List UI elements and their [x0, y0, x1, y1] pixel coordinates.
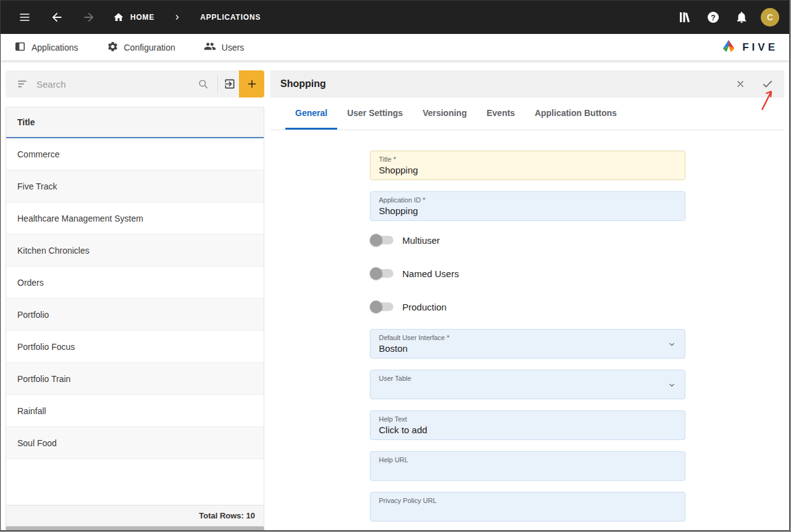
avatar[interactable]: C: [761, 8, 779, 27]
tab-events[interactable]: Events: [477, 98, 525, 130]
field-label: Help URL: [379, 456, 676, 463]
breadcrumb-home[interactable]: HOME: [112, 8, 154, 27]
help-text-field[interactable]: Help Text Click to add: [370, 410, 685, 440]
list-item[interactable]: Rainfall: [6, 395, 264, 427]
multiuser-toggle[interactable]: [371, 236, 393, 244]
toggle-knob: [370, 234, 382, 246]
library-icon[interactable]: [676, 8, 694, 27]
add-application-button[interactable]: [239, 70, 264, 98]
svg-text:?: ?: [711, 14, 715, 22]
chevron-down-icon: [668, 340, 676, 351]
title-field[interactable]: Title * Shopping: [370, 151, 685, 180]
tab-user-settings[interactable]: User Settings: [337, 98, 412, 130]
list-item[interactable]: Portfolio: [6, 299, 264, 331]
multiuser-toggle-row: Multiuser: [370, 232, 685, 248]
list-item[interactable]: Orders: [6, 267, 264, 299]
list-item[interactable]: Healthcare Management System: [6, 202, 264, 235]
close-icon[interactable]: [730, 73, 751, 94]
forward-arrow-icon[interactable]: [80, 8, 98, 27]
search-divider: [217, 75, 218, 93]
list-item-label: Portfolio Train: [17, 374, 70, 384]
named-users-toggle-row: Named Users: [370, 265, 685, 281]
field-value: Click to add: [379, 425, 676, 435]
topbar: HOME APPLICATIONS ? C: [1, 1, 789, 34]
help-icon[interactable]: ?: [704, 8, 722, 27]
list-item-label: Five Track: [17, 181, 57, 191]
list-item[interactable]: Kitchen Chronicles: [6, 235, 264, 267]
total-rows-label: Total Rows: 10: [199, 511, 255, 520]
list-item-label: Rainfall: [17, 406, 46, 416]
user-table-select[interactable]: User Table: [370, 370, 685, 399]
default-user-interface-select[interactable]: Default User Interface * Boston: [370, 329, 685, 359]
list-rows: Commerce Five Track Healthcare Managemen…: [6, 138, 264, 505]
application-id-field[interactable]: Application ID * Shopping: [370, 191, 685, 221]
menu-icon[interactable]: [15, 8, 34, 27]
users-icon: [204, 40, 216, 54]
notifications-icon[interactable]: [732, 8, 751, 27]
list-item-label: Healthcare Management System: [17, 214, 143, 223]
toggle-knob: [370, 301, 382, 313]
toggle-label: Multiuser: [403, 235, 440, 246]
list-item-label: Portfolio: [17, 310, 49, 320]
content-area: Title Commerce Five Track Healthcare Man…: [1, 60, 789, 530]
toggle-label: Production: [403, 302, 447, 312]
list-item-label: Commerce: [17, 149, 59, 159]
list-item[interactable]: Commerce: [6, 138, 264, 170]
field-label: Privacy Policy URL: [379, 497, 676, 504]
tab-versioning[interactable]: Versioning: [412, 98, 477, 130]
list-item[interactable]: Portfolio Train: [6, 363, 264, 395]
field-label: User Table: [379, 375, 676, 382]
list-item-label: Kitchen Chronicles: [17, 246, 90, 256]
help-url-field[interactable]: Help URL: [370, 451, 685, 481]
production-toggle[interactable]: [371, 302, 393, 311]
privacy-policy-url-field[interactable]: Privacy Policy URL: [370, 492, 685, 522]
import-icon[interactable]: [220, 75, 239, 93]
nav-tab-label: Configuration: [124, 43, 175, 52]
chevron-right-icon: [168, 8, 186, 27]
search-bar: [6, 70, 264, 98]
toggle-group: Multiuser Named Users Production: [370, 232, 685, 315]
detail-header: Shopping: [270, 70, 784, 98]
record-detail-panel: Shopping General User Settings Versionin…: [270, 70, 784, 530]
module-navbar: Applications Configuration Users: [1, 34, 789, 60]
app-window: HOME APPLICATIONS ? C: [0, 0, 790, 531]
breadcrumb-applications[interactable]: APPLICATIONS: [200, 13, 261, 22]
field-value: Shopping: [379, 206, 676, 216]
applications-list: Title Commerce Five Track Healthcare Man…: [6, 107, 264, 526]
list-item[interactable]: Five Track: [6, 170, 264, 202]
search-input[interactable]: [31, 79, 194, 89]
applications-list-panel: Title Commerce Five Track Healthcare Man…: [6, 70, 264, 530]
tab-general[interactable]: General: [285, 98, 337, 130]
nav-tab-configuration[interactable]: Configuration: [107, 41, 175, 54]
chevron-down-icon: [668, 381, 676, 392]
field-label: Application ID *: [379, 196, 676, 204]
field-value: Shopping: [379, 165, 676, 175]
filter-icon[interactable]: [13, 75, 31, 93]
general-form: Title * Shopping Application ID * Shoppi…: [270, 130, 784, 530]
brand-wordmark: FIVE: [742, 41, 778, 54]
list-column-header[interactable]: Title: [6, 107, 264, 138]
home-icon: [112, 8, 125, 27]
save-check-icon[interactable]: [757, 73, 778, 94]
search-icon[interactable]: [194, 75, 212, 93]
production-toggle-row: Production: [370, 299, 685, 315]
breadcrumb-home-label: HOME: [130, 13, 154, 22]
list-item[interactable]: Soul Food: [6, 427, 264, 459]
list-item[interactable]: Portfolio Focus: [6, 331, 264, 363]
field-label: Title *: [379, 156, 676, 163]
named-users-toggle[interactable]: [371, 269, 393, 278]
record-title: Shopping: [280, 78, 730, 89]
tab-application-buttons[interactable]: Application Buttons: [525, 98, 627, 130]
nav-tab-label: Users: [222, 43, 245, 52]
field-value: Boston: [379, 343, 676, 354]
horizontal-scrollbar[interactable]: [6, 526, 264, 530]
nav-tab-users[interactable]: Users: [204, 40, 245, 54]
toggle-label: Named Users: [403, 268, 459, 279]
list-item-label: Portfolio Focus: [17, 342, 75, 352]
applications-icon: [14, 41, 26, 54]
toggle-knob: [370, 267, 382, 280]
list-item-label: Orders: [17, 278, 44, 288]
back-arrow-icon[interactable]: [48, 8, 66, 27]
scrollbar-thumb[interactable]: [6, 526, 264, 530]
nav-tab-applications[interactable]: Applications: [14, 41, 78, 54]
